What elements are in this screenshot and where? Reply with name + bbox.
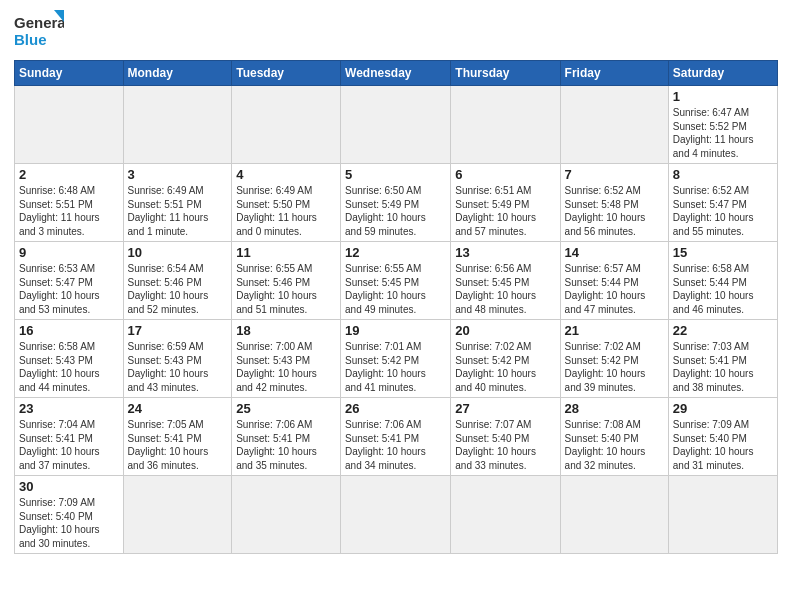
- day-info: Sunrise: 7:04 AM Sunset: 5:41 PM Dayligh…: [19, 418, 119, 472]
- calendar-cell: 3Sunrise: 6:49 AM Sunset: 5:51 PM Daylig…: [123, 164, 232, 242]
- day-number: 12: [345, 245, 446, 260]
- day-info: Sunrise: 6:48 AM Sunset: 5:51 PM Dayligh…: [19, 184, 119, 238]
- day-number: 20: [455, 323, 555, 338]
- calendar-cell: 21Sunrise: 7:02 AM Sunset: 5:42 PM Dayli…: [560, 320, 668, 398]
- calendar-cell: 20Sunrise: 7:02 AM Sunset: 5:42 PM Dayli…: [451, 320, 560, 398]
- day-number: 16: [19, 323, 119, 338]
- day-info: Sunrise: 7:02 AM Sunset: 5:42 PM Dayligh…: [455, 340, 555, 394]
- day-number: 6: [455, 167, 555, 182]
- day-info: Sunrise: 7:01 AM Sunset: 5:42 PM Dayligh…: [345, 340, 446, 394]
- calendar-cell: [341, 86, 451, 164]
- day-number: 17: [128, 323, 228, 338]
- calendar-week-row: 2Sunrise: 6:48 AM Sunset: 5:51 PM Daylig…: [15, 164, 778, 242]
- day-number: 2: [19, 167, 119, 182]
- calendar-cell: 29Sunrise: 7:09 AM Sunset: 5:40 PM Dayli…: [668, 398, 777, 476]
- calendar-cell: 12Sunrise: 6:55 AM Sunset: 5:45 PM Dayli…: [341, 242, 451, 320]
- day-number: 9: [19, 245, 119, 260]
- day-number: 19: [345, 323, 446, 338]
- calendar-cell: 23Sunrise: 7:04 AM Sunset: 5:41 PM Dayli…: [15, 398, 124, 476]
- day-number: 23: [19, 401, 119, 416]
- logo: General Blue: [14, 10, 64, 52]
- calendar-week-row: 1Sunrise: 6:47 AM Sunset: 5:52 PM Daylig…: [15, 86, 778, 164]
- day-number: 3: [128, 167, 228, 182]
- day-info: Sunrise: 6:58 AM Sunset: 5:43 PM Dayligh…: [19, 340, 119, 394]
- calendar-cell: [668, 476, 777, 554]
- calendar-cell: 25Sunrise: 7:06 AM Sunset: 5:41 PM Dayli…: [232, 398, 341, 476]
- weekday-header-thursday: Thursday: [451, 61, 560, 86]
- day-info: Sunrise: 7:05 AM Sunset: 5:41 PM Dayligh…: [128, 418, 228, 472]
- day-info: Sunrise: 7:00 AM Sunset: 5:43 PM Dayligh…: [236, 340, 336, 394]
- calendar-week-row: 9Sunrise: 6:53 AM Sunset: 5:47 PM Daylig…: [15, 242, 778, 320]
- calendar-cell: 19Sunrise: 7:01 AM Sunset: 5:42 PM Dayli…: [341, 320, 451, 398]
- day-number: 5: [345, 167, 446, 182]
- day-info: Sunrise: 6:50 AM Sunset: 5:49 PM Dayligh…: [345, 184, 446, 238]
- svg-text:Blue: Blue: [14, 31, 47, 48]
- day-number: 25: [236, 401, 336, 416]
- calendar-cell: [560, 86, 668, 164]
- day-info: Sunrise: 6:47 AM Sunset: 5:52 PM Dayligh…: [673, 106, 773, 160]
- day-number: 15: [673, 245, 773, 260]
- svg-text:General: General: [14, 14, 64, 31]
- day-info: Sunrise: 6:59 AM Sunset: 5:43 PM Dayligh…: [128, 340, 228, 394]
- header: General Blue: [14, 10, 778, 52]
- day-info: Sunrise: 6:58 AM Sunset: 5:44 PM Dayligh…: [673, 262, 773, 316]
- day-info: Sunrise: 6:49 AM Sunset: 5:51 PM Dayligh…: [128, 184, 228, 238]
- day-number: 21: [565, 323, 664, 338]
- calendar-cell: [232, 476, 341, 554]
- calendar-cell: 24Sunrise: 7:05 AM Sunset: 5:41 PM Dayli…: [123, 398, 232, 476]
- calendar-cell: 13Sunrise: 6:56 AM Sunset: 5:45 PM Dayli…: [451, 242, 560, 320]
- weekday-header-row: SundayMondayTuesdayWednesdayThursdayFrid…: [15, 61, 778, 86]
- day-number: 26: [345, 401, 446, 416]
- calendar-cell: 5Sunrise: 6:50 AM Sunset: 5:49 PM Daylig…: [341, 164, 451, 242]
- day-info: Sunrise: 7:08 AM Sunset: 5:40 PM Dayligh…: [565, 418, 664, 472]
- calendar-cell: 26Sunrise: 7:06 AM Sunset: 5:41 PM Dayli…: [341, 398, 451, 476]
- day-number: 13: [455, 245, 555, 260]
- calendar-cell: [15, 86, 124, 164]
- calendar-week-row: 30Sunrise: 7:09 AM Sunset: 5:40 PM Dayli…: [15, 476, 778, 554]
- day-info: Sunrise: 7:06 AM Sunset: 5:41 PM Dayligh…: [236, 418, 336, 472]
- weekday-header-saturday: Saturday: [668, 61, 777, 86]
- page: General Blue SundayMondayTuesdayWednesda…: [0, 0, 792, 612]
- calendar-cell: 10Sunrise: 6:54 AM Sunset: 5:46 PM Dayli…: [123, 242, 232, 320]
- day-info: Sunrise: 6:49 AM Sunset: 5:50 PM Dayligh…: [236, 184, 336, 238]
- calendar-cell: 6Sunrise: 6:51 AM Sunset: 5:49 PM Daylig…: [451, 164, 560, 242]
- calendar-cell: 17Sunrise: 6:59 AM Sunset: 5:43 PM Dayli…: [123, 320, 232, 398]
- calendar-cell: 15Sunrise: 6:58 AM Sunset: 5:44 PM Dayli…: [668, 242, 777, 320]
- day-info: Sunrise: 7:07 AM Sunset: 5:40 PM Dayligh…: [455, 418, 555, 472]
- calendar-cell: 9Sunrise: 6:53 AM Sunset: 5:47 PM Daylig…: [15, 242, 124, 320]
- day-info: Sunrise: 7:09 AM Sunset: 5:40 PM Dayligh…: [19, 496, 119, 550]
- calendar-cell: 7Sunrise: 6:52 AM Sunset: 5:48 PM Daylig…: [560, 164, 668, 242]
- calendar-cell: [451, 86, 560, 164]
- day-info: Sunrise: 7:02 AM Sunset: 5:42 PM Dayligh…: [565, 340, 664, 394]
- calendar-cell: 2Sunrise: 6:48 AM Sunset: 5:51 PM Daylig…: [15, 164, 124, 242]
- day-info: Sunrise: 6:56 AM Sunset: 5:45 PM Dayligh…: [455, 262, 555, 316]
- calendar-cell: 8Sunrise: 6:52 AM Sunset: 5:47 PM Daylig…: [668, 164, 777, 242]
- calendar-cell: [123, 476, 232, 554]
- day-number: 7: [565, 167, 664, 182]
- day-number: 28: [565, 401, 664, 416]
- calendar-cell: [232, 86, 341, 164]
- calendar-cell: 30Sunrise: 7:09 AM Sunset: 5:40 PM Dayli…: [15, 476, 124, 554]
- day-info: Sunrise: 6:57 AM Sunset: 5:44 PM Dayligh…: [565, 262, 664, 316]
- calendar-cell: 18Sunrise: 7:00 AM Sunset: 5:43 PM Dayli…: [232, 320, 341, 398]
- day-info: Sunrise: 7:06 AM Sunset: 5:41 PM Dayligh…: [345, 418, 446, 472]
- day-number: 10: [128, 245, 228, 260]
- calendar-cell: [123, 86, 232, 164]
- day-info: Sunrise: 7:09 AM Sunset: 5:40 PM Dayligh…: [673, 418, 773, 472]
- calendar-cell: [560, 476, 668, 554]
- generalblue-logo-icon: General Blue: [14, 10, 64, 52]
- weekday-header-sunday: Sunday: [15, 61, 124, 86]
- day-number: 8: [673, 167, 773, 182]
- calendar-cell: 28Sunrise: 7:08 AM Sunset: 5:40 PM Dayli…: [560, 398, 668, 476]
- calendar-cell: 11Sunrise: 6:55 AM Sunset: 5:46 PM Dayli…: [232, 242, 341, 320]
- weekday-header-tuesday: Tuesday: [232, 61, 341, 86]
- day-info: Sunrise: 6:55 AM Sunset: 5:46 PM Dayligh…: [236, 262, 336, 316]
- day-number: 14: [565, 245, 664, 260]
- calendar-cell: 16Sunrise: 6:58 AM Sunset: 5:43 PM Dayli…: [15, 320, 124, 398]
- day-info: Sunrise: 6:53 AM Sunset: 5:47 PM Dayligh…: [19, 262, 119, 316]
- day-number: 18: [236, 323, 336, 338]
- calendar-cell: [341, 476, 451, 554]
- calendar-cell: 14Sunrise: 6:57 AM Sunset: 5:44 PM Dayli…: [560, 242, 668, 320]
- weekday-header-friday: Friday: [560, 61, 668, 86]
- day-number: 1: [673, 89, 773, 104]
